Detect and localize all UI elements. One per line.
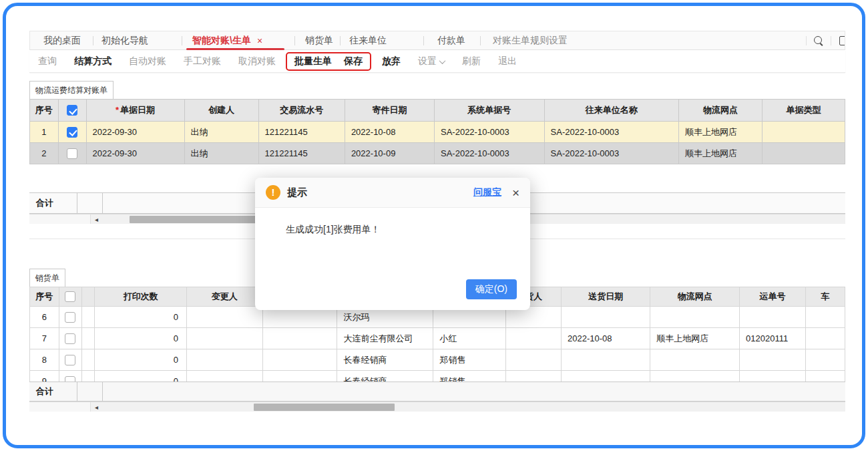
required-marker: *	[116, 105, 119, 115]
row-checkbox[interactable]	[65, 355, 75, 365]
cell-print-count: 0	[95, 307, 186, 328]
cell-partner: SA-2022-10-0003	[544, 122, 678, 143]
tab-sales-order[interactable]: 销货单	[295, 31, 341, 49]
cell-consignee	[505, 371, 561, 382]
toolbar-auto-reconcile-button[interactable]: 自动对账	[129, 55, 166, 67]
list-icon[interactable]	[839, 36, 845, 45]
cell-empty	[262, 371, 337, 382]
cell-checkbox	[59, 349, 81, 371]
select-all-checkbox[interactable]	[65, 291, 75, 302]
close-icon[interactable]: ×	[512, 186, 519, 199]
col-changer: 变更人	[186, 287, 262, 307]
cell-vehicle	[806, 307, 845, 328]
tabbar-right-icons	[799, 31, 845, 50]
total-label: 合计	[29, 382, 77, 401]
tab-label: 付款单	[437, 35, 465, 47]
table-row[interactable]: 8 0 长春经销商 郑销售	[30, 349, 845, 371]
prompt-dialog: ! 提示 问服宝 × 生成成功[1]张费用单！ 确定(O)	[255, 178, 530, 310]
row-checkbox[interactable]	[67, 127, 77, 138]
cell-creator: 出纳	[184, 143, 258, 164]
dialog-message: 生成成功[1]张费用单！	[255, 208, 530, 236]
content-panel: 我的桌面 初始化导航 智能对账\生单 × 销货单 往来单位 付款单 对账生单规则…	[29, 31, 845, 432]
tab-label: 销货单	[305, 35, 333, 47]
table-row[interactable]: 1 2022-09-30 出纳 121221145 2022-10-08 SA-…	[30, 122, 845, 143]
tab-label: 对账生单规则设置	[493, 35, 568, 47]
help-link[interactable]: 问服宝	[473, 186, 501, 198]
scrollbar-thumb[interactable]	[254, 404, 395, 411]
select-all-checkbox[interactable]	[67, 105, 77, 116]
cell-seq: 8	[30, 349, 59, 371]
cell-checkbox	[58, 143, 86, 164]
cell-site: 顺丰上地网店	[679, 122, 763, 143]
tab-label: 智能对账\生单	[192, 35, 251, 47]
close-icon[interactable]: ×	[257, 35, 262, 46]
table-row-clipped[interactable]: 9 0 长春经销商 郑销售	[30, 371, 845, 382]
confirm-button[interactable]: 确定(O)	[466, 279, 517, 299]
cell-seq: 7	[30, 328, 59, 349]
cell-partner: SA-2022-10-0003	[544, 143, 678, 164]
row-checkbox[interactable]	[65, 376, 75, 382]
tab-rule-settings[interactable]: 对账生单规则设置	[481, 31, 628, 49]
cell-narrow	[81, 307, 94, 328]
toolbar-query-button[interactable]: 查询	[38, 55, 57, 67]
toolbar: 查询 结算方式 自动对账 手工对账 取消对账 批量生单 保存 放弃 设置 刷新 …	[29, 50, 845, 73]
cell-person: 郑销售	[433, 349, 505, 371]
col-select-all	[58, 100, 86, 122]
cell-empty	[262, 349, 337, 371]
tab-my-desktop[interactable]: 我的桌面	[30, 31, 93, 49]
tab-smart-reconcile[interactable]: 智能对账\生单 ×	[182, 31, 295, 49]
cell-sys-no: SA-2022-10-0003	[435, 143, 545, 164]
tab-init-nav[interactable]: 初始化导航	[93, 31, 182, 49]
tab-bar: 我的桌面 初始化导航 智能对账\生单 × 销货单 往来单位 付款单 对账生单规则…	[29, 31, 845, 50]
search-icon[interactable]	[813, 35, 824, 46]
row-checkbox[interactable]	[67, 148, 77, 159]
table-row[interactable]: 2 2022-09-30 出纳 121221145 2022-10-09 SA-…	[30, 143, 845, 164]
toolbar-batch-generate-button[interactable]: 批量生单	[294, 55, 332, 67]
cell-changer	[186, 328, 262, 349]
total-empty-cell	[77, 382, 103, 401]
cell-checkbox	[58, 122, 86, 143]
chevron-down-icon	[439, 57, 446, 64]
cell-doc-date: 2022-09-30	[86, 143, 184, 164]
cell-delivery-date	[562, 371, 650, 382]
cell-customer: 长春经销商	[337, 371, 433, 382]
table-row[interactable]: 7 0 大连前尘有限公司 小红 2022-10-08 顺丰上地网店 012020…	[30, 328, 845, 349]
scroll-left-icon[interactable]: ◂	[95, 403, 98, 412]
cell-customer: 大连前尘有限公司	[337, 328, 433, 349]
col-logistics-site: 物流网点	[650, 287, 740, 307]
cell-site: 顺丰上地网店	[679, 143, 763, 164]
reconcile-table: 序号 *单据日期 创建人 交易流水号 寄件日期 系统单据号 往来单位名称 物流网…	[29, 99, 845, 166]
cell-checkbox	[59, 371, 81, 382]
reconcile-table-tab[interactable]: 物流运费结算对账单	[29, 81, 114, 99]
toolbar-refresh-button[interactable]: 刷新	[462, 55, 481, 67]
total-empty-cell	[77, 193, 103, 213]
cell-ship-date: 2022-10-08	[345, 122, 434, 143]
col-vehicle: 车	[806, 287, 845, 307]
row-checkbox[interactable]	[65, 333, 75, 344]
cell-changer	[186, 349, 262, 371]
toolbar-exit-button[interactable]: 退出	[498, 55, 517, 67]
toolbar-settings-button[interactable]: 设置	[418, 55, 445, 67]
toolbar-cancel-reconcile-button[interactable]: 取消对账	[238, 55, 276, 67]
sales-table-tab[interactable]: 销货单	[29, 269, 65, 287]
cell-delivery-date	[562, 349, 650, 371]
toolbar-save-button[interactable]: 保存	[344, 55, 363, 67]
tab-payment-order[interactable]: 付款单	[424, 31, 481, 49]
col-select-all	[59, 287, 81, 307]
toolbar-manual-reconcile-button[interactable]: 手工对账	[184, 55, 221, 67]
col-creator: 创建人	[184, 100, 258, 122]
cell-changer	[186, 371, 262, 382]
tab-partners[interactable]: 往来单位	[341, 31, 424, 49]
dialog-title: 提示	[287, 186, 473, 199]
col-ship-date: 寄件日期	[345, 100, 434, 122]
col-doc-date: *单据日期	[86, 100, 184, 122]
toolbar-settlement-method-button[interactable]: 结算方式	[74, 55, 112, 67]
scroll-left-icon[interactable]: ◂	[95, 215, 98, 224]
cell-consignee	[505, 349, 561, 371]
highlight-red-box: 批量生单 保存	[286, 52, 371, 71]
cell-person: 郑销售	[433, 371, 505, 382]
cell-checkbox	[59, 307, 81, 328]
grid-tab-label: 物流运费结算对账单	[35, 85, 107, 96]
row-checkbox[interactable]	[65, 312, 75, 323]
toolbar-discard-button[interactable]: 放弃	[382, 55, 401, 67]
